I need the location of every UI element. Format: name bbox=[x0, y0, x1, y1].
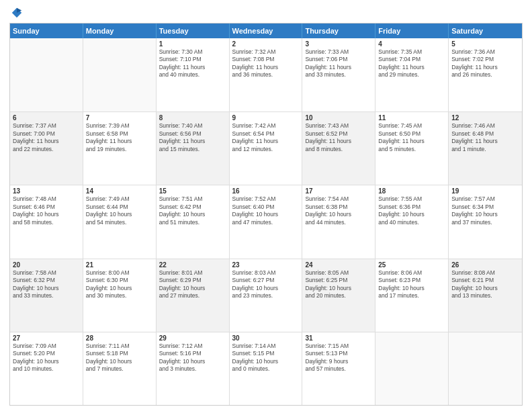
calendar-cell: 22Sunrise: 8:01 AM Sunset: 6:29 PM Dayli… bbox=[157, 259, 230, 332]
day-info: Sunrise: 8:01 AM Sunset: 6:29 PM Dayligh… bbox=[159, 269, 226, 300]
day-number: 17 bbox=[305, 187, 372, 195]
day-info: Sunrise: 7:37 AM Sunset: 7:00 PM Dayligh… bbox=[13, 122, 80, 153]
calendar-header-day: Friday bbox=[375, 24, 449, 38]
calendar-row: 6Sunrise: 7:37 AM Sunset: 7:00 PM Daylig… bbox=[10, 111, 522, 185]
day-info: Sunrise: 7:15 AM Sunset: 5:13 PM Dayligh… bbox=[305, 342, 372, 373]
calendar-cell: 28Sunrise: 7:11 AM Sunset: 5:18 PM Dayli… bbox=[83, 332, 157, 405]
day-number: 2 bbox=[232, 40, 300, 48]
day-number: 20 bbox=[13, 261, 80, 269]
calendar-row: 20Sunrise: 7:58 AM Sunset: 6:32 PM Dayli… bbox=[10, 259, 522, 332]
day-info: Sunrise: 7:39 AM Sunset: 6:58 PM Dayligh… bbox=[86, 122, 153, 153]
day-number: 8 bbox=[159, 114, 226, 122]
calendar-cell: 2Sunrise: 7:32 AM Sunset: 7:08 PM Daylig… bbox=[230, 38, 303, 111]
day-number: 12 bbox=[451, 114, 519, 122]
day-info: Sunrise: 7:42 AM Sunset: 6:54 PM Dayligh… bbox=[232, 122, 300, 153]
calendar-cell: 20Sunrise: 7:58 AM Sunset: 6:32 PM Dayli… bbox=[10, 259, 83, 332]
day-info: Sunrise: 7:55 AM Sunset: 6:36 PM Dayligh… bbox=[378, 195, 445, 226]
day-number: 7 bbox=[86, 114, 153, 122]
calendar-cell bbox=[10, 38, 83, 111]
calendar-cell bbox=[83, 38, 157, 111]
logo-icon bbox=[11, 7, 23, 19]
calendar-row: 1Sunrise: 7:30 AM Sunset: 7:10 PM Daylig… bbox=[10, 38, 522, 111]
calendar-header: SundayMondayTuesdayWednesdayThursdayFrid… bbox=[10, 24, 522, 38]
day-number: 5 bbox=[451, 40, 519, 48]
day-info: Sunrise: 7:51 AM Sunset: 6:42 PM Dayligh… bbox=[159, 195, 226, 226]
calendar-header-day: Sunday bbox=[10, 24, 83, 38]
calendar-row: 13Sunrise: 7:48 AM Sunset: 6:46 PM Dayli… bbox=[10, 185, 522, 258]
day-number: 22 bbox=[159, 261, 226, 269]
calendar-cell: 19Sunrise: 7:57 AM Sunset: 6:34 PM Dayli… bbox=[449, 185, 522, 258]
calendar-cell: 16Sunrise: 7:52 AM Sunset: 6:40 PM Dayli… bbox=[230, 185, 303, 258]
day-number: 13 bbox=[13, 187, 80, 195]
day-number: 14 bbox=[86, 187, 153, 195]
calendar-header-day: Tuesday bbox=[157, 24, 230, 38]
day-info: Sunrise: 7:49 AM Sunset: 6:44 PM Dayligh… bbox=[86, 195, 153, 226]
calendar-header-day: Thursday bbox=[302, 24, 375, 38]
day-info: Sunrise: 8:08 AM Sunset: 6:21 PM Dayligh… bbox=[451, 269, 519, 300]
day-info: Sunrise: 8:05 AM Sunset: 6:25 PM Dayligh… bbox=[305, 269, 372, 300]
logo bbox=[9, 7, 23, 19]
day-number: 24 bbox=[305, 261, 372, 269]
day-info: Sunrise: 7:54 AM Sunset: 6:38 PM Dayligh… bbox=[305, 195, 372, 226]
day-info: Sunrise: 7:43 AM Sunset: 6:52 PM Dayligh… bbox=[305, 122, 372, 153]
day-info: Sunrise: 7:33 AM Sunset: 7:06 PM Dayligh… bbox=[305, 48, 372, 79]
calendar-cell: 13Sunrise: 7:48 AM Sunset: 6:46 PM Dayli… bbox=[10, 185, 83, 258]
calendar-cell: 15Sunrise: 7:51 AM Sunset: 6:42 PM Dayli… bbox=[157, 185, 230, 258]
calendar-cell: 10Sunrise: 7:43 AM Sunset: 6:52 PM Dayli… bbox=[302, 112, 375, 185]
day-info: Sunrise: 7:57 AM Sunset: 6:34 PM Dayligh… bbox=[451, 195, 519, 226]
calendar-body: 1Sunrise: 7:30 AM Sunset: 7:10 PM Daylig… bbox=[10, 38, 522, 405]
calendar-header-day: Monday bbox=[83, 24, 157, 38]
day-number: 23 bbox=[232, 261, 300, 269]
logo-text bbox=[9, 7, 23, 19]
day-number: 29 bbox=[159, 334, 226, 342]
day-number: 19 bbox=[451, 187, 519, 195]
day-number: 16 bbox=[232, 187, 300, 195]
day-info: Sunrise: 8:03 AM Sunset: 6:27 PM Dayligh… bbox=[232, 269, 300, 300]
calendar-cell: 9Sunrise: 7:42 AM Sunset: 6:54 PM Daylig… bbox=[230, 112, 303, 185]
day-info: Sunrise: 7:45 AM Sunset: 6:50 PM Dayligh… bbox=[378, 122, 445, 153]
day-number: 9 bbox=[232, 114, 300, 122]
calendar: SundayMondayTuesdayWednesdayThursdayFrid… bbox=[9, 23, 523, 406]
day-number: 26 bbox=[451, 261, 519, 269]
day-info: Sunrise: 7:52 AM Sunset: 6:40 PM Dayligh… bbox=[232, 195, 300, 226]
calendar-cell: 12Sunrise: 7:46 AM Sunset: 6:48 PM Dayli… bbox=[449, 112, 522, 185]
calendar-cell: 25Sunrise: 8:06 AM Sunset: 6:23 PM Dayli… bbox=[375, 259, 449, 332]
calendar-header-day: Wednesday bbox=[230, 24, 303, 38]
day-info: Sunrise: 8:06 AM Sunset: 6:23 PM Dayligh… bbox=[378, 269, 445, 300]
day-info: Sunrise: 7:32 AM Sunset: 7:08 PM Dayligh… bbox=[232, 48, 300, 79]
day-info: Sunrise: 7:58 AM Sunset: 6:32 PM Dayligh… bbox=[13, 269, 80, 300]
calendar-cell: 11Sunrise: 7:45 AM Sunset: 6:50 PM Dayli… bbox=[375, 112, 449, 185]
day-number: 27 bbox=[13, 334, 80, 342]
calendar-cell: 31Sunrise: 7:15 AM Sunset: 5:13 PM Dayli… bbox=[302, 332, 375, 405]
day-number: 1 bbox=[159, 40, 226, 48]
calendar-header-day: Saturday bbox=[449, 24, 522, 38]
day-number: 15 bbox=[159, 187, 226, 195]
day-info: Sunrise: 7:11 AM Sunset: 5:18 PM Dayligh… bbox=[86, 342, 153, 373]
day-number: 30 bbox=[232, 334, 300, 342]
calendar-cell: 27Sunrise: 7:09 AM Sunset: 5:20 PM Dayli… bbox=[10, 332, 83, 405]
calendar-cell: 8Sunrise: 7:40 AM Sunset: 6:56 PM Daylig… bbox=[157, 112, 230, 185]
day-info: Sunrise: 7:14 AM Sunset: 5:15 PM Dayligh… bbox=[232, 342, 300, 373]
calendar-cell: 30Sunrise: 7:14 AM Sunset: 5:15 PM Dayli… bbox=[230, 332, 303, 405]
day-info: Sunrise: 7:36 AM Sunset: 7:02 PM Dayligh… bbox=[451, 48, 519, 79]
day-info: Sunrise: 7:09 AM Sunset: 5:20 PM Dayligh… bbox=[13, 342, 80, 373]
calendar-cell: 6Sunrise: 7:37 AM Sunset: 7:00 PM Daylig… bbox=[10, 112, 83, 185]
calendar-cell: 17Sunrise: 7:54 AM Sunset: 6:38 PM Dayli… bbox=[302, 185, 375, 258]
page: SundayMondayTuesdayWednesdayThursdayFrid… bbox=[0, 0, 532, 411]
day-number: 28 bbox=[86, 334, 153, 342]
day-number: 31 bbox=[305, 334, 372, 342]
day-number: 4 bbox=[378, 40, 445, 48]
calendar-row: 27Sunrise: 7:09 AM Sunset: 5:20 PM Dayli… bbox=[10, 332, 522, 405]
calendar-cell: 26Sunrise: 8:08 AM Sunset: 6:21 PM Dayli… bbox=[449, 259, 522, 332]
day-number: 3 bbox=[305, 40, 372, 48]
day-number: 25 bbox=[378, 261, 445, 269]
calendar-cell: 1Sunrise: 7:30 AM Sunset: 7:10 PM Daylig… bbox=[157, 38, 230, 111]
header bbox=[9, 7, 523, 19]
day-number: 10 bbox=[305, 114, 372, 122]
calendar-cell: 3Sunrise: 7:33 AM Sunset: 7:06 PM Daylig… bbox=[302, 38, 375, 111]
day-info: Sunrise: 7:30 AM Sunset: 7:10 PM Dayligh… bbox=[159, 48, 226, 79]
calendar-cell: 21Sunrise: 8:00 AM Sunset: 6:30 PM Dayli… bbox=[83, 259, 157, 332]
calendar-cell bbox=[449, 332, 522, 405]
day-info: Sunrise: 7:46 AM Sunset: 6:48 PM Dayligh… bbox=[451, 122, 519, 153]
day-info: Sunrise: 7:40 AM Sunset: 6:56 PM Dayligh… bbox=[159, 122, 226, 153]
